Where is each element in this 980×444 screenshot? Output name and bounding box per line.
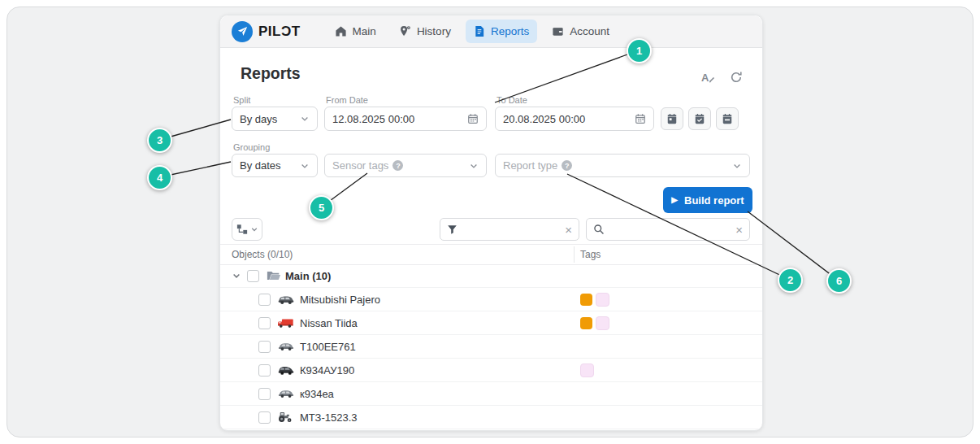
object-row[interactable]: к934еа: [220, 382, 762, 406]
tag-chip-orange: [580, 317, 592, 329]
object-row[interactable]: Nissan Tiida: [220, 311, 762, 335]
row-checkbox[interactable]: [258, 341, 271, 353]
filter-funnel-icon: [447, 224, 457, 235]
row-checkbox[interactable]: [258, 388, 271, 400]
object-name: МТЗ-1523.3: [300, 411, 358, 424]
home-icon: [335, 25, 347, 37]
objects-column-header: Objects (0/10): [232, 249, 293, 260]
chevron-down-icon: [300, 161, 310, 171]
collapse-chevron-icon[interactable]: [232, 271, 241, 281]
nav-menu: Main History Reports Account: [327, 20, 618, 43]
nav-item-label: Account: [570, 25, 609, 37]
group-row-main[interactable]: Main (10): [220, 264, 762, 288]
play-icon: ▶: [671, 196, 678, 204]
screenshot-stage: PILƆT Main History Reports Account: [0, 0, 980, 444]
vehicle-truck-icon: [277, 318, 295, 329]
table-header: Objects (0/10) Tags: [220, 244, 762, 265]
object-name: к934еа: [300, 388, 334, 400]
calendar-minus-icon: [722, 113, 733, 124]
chevron-down-icon: [300, 114, 310, 124]
tag-chip-pink: [596, 293, 609, 307]
clear-filter-icon[interactable]: ×: [565, 224, 572, 236]
svg-text:A: A: [701, 72, 709, 84]
object-name: Mitsubishi Pajero: [300, 294, 380, 306]
tag-chip-pink: [596, 316, 609, 330]
calendar-icon[interactable]: [635, 113, 646, 124]
nav-item-label: Reports: [491, 25, 529, 37]
nav-item-main[interactable]: Main: [327, 20, 384, 43]
search-input[interactable]: [609, 223, 731, 236]
object-row[interactable]: МТЗ-1523.3: [220, 406, 762, 429]
split-label: Split: [233, 95, 250, 105]
tag-chip-orange: [580, 294, 592, 306]
calendar-today-button[interactable]: [661, 107, 683, 130]
build-report-label: Build report: [684, 194, 744, 207]
objects-tree: Main (10) Mitsubishi Pajero Nissan Tiida: [220, 264, 762, 430]
top-navbar: PILƆT Main History Reports Account: [220, 15, 762, 48]
from-date-value: 12.08.2025 00:00: [332, 113, 467, 125]
vehicle-suv-icon: [277, 294, 295, 305]
search-icon: [593, 224, 605, 235]
to-date-field[interactable]: 20.08.2025 00:00: [495, 107, 654, 131]
filter-input[interactable]: [462, 223, 560, 236]
sensor-tags-select[interactable]: Sensor tags ?: [324, 154, 487, 177]
object-row[interactable]: К934АУ190: [220, 359, 762, 382]
nav-item-account[interactable]: Account: [544, 20, 618, 43]
object-name: Nissan Tiida: [300, 317, 358, 329]
report-doc-icon: [474, 25, 485, 37]
grouping-value: By dates: [240, 159, 300, 172]
tag-chips: [580, 311, 609, 334]
calendar-minus-button[interactable]: [716, 107, 739, 130]
chevron-down-icon: [732, 161, 742, 171]
from-date-label: From Date: [326, 95, 368, 105]
to-date-label: To Date: [497, 95, 527, 105]
calendar-icon[interactable]: [467, 113, 479, 124]
wallet-icon: [552, 25, 564, 37]
nav-item-history[interactable]: History: [391, 20, 459, 43]
split-value: By days: [240, 113, 300, 125]
grouping-select[interactable]: By dates: [232, 154, 318, 177]
build-report-button[interactable]: ▶ Build report: [663, 187, 752, 213]
question-icon: ?: [562, 160, 572, 171]
object-name: К934АУ190: [300, 364, 354, 377]
brand-name: PILƆT: [258, 24, 301, 40]
calendar-check-icon: [694, 113, 705, 124]
vehicle-car-icon: [277, 342, 295, 351]
row-checkbox[interactable]: [258, 294, 271, 306]
object-row[interactable]: Mitsubishi Pajero: [220, 288, 762, 311]
object-name: T100EE761: [300, 341, 356, 353]
header-actions: A: [701, 71, 743, 84]
chevron-down-icon: [469, 161, 479, 171]
chevron-down-icon: [250, 225, 258, 233]
report-type-select[interactable]: Report type ?: [495, 154, 750, 177]
sensor-tags-placeholder: Sensor tags: [332, 159, 388, 172]
tree-view-button[interactable]: [232, 218, 262, 241]
object-row[interactable]: T100EE761: [220, 335, 762, 359]
page-title: Reports: [241, 64, 301, 83]
vehicle-tractor-icon: [277, 411, 293, 423]
report-type-placeholder: Report type: [503, 159, 557, 172]
folder-open-icon: [267, 270, 281, 281]
split-select[interactable]: By days: [232, 107, 318, 131]
brand-logo: PILƆT: [232, 21, 301, 42]
refresh-icon[interactable]: [730, 71, 743, 84]
row-checkbox[interactable]: [258, 411, 271, 424]
tree-structure-icon: [236, 224, 248, 235]
from-date-field[interactable]: 12.08.2025 00:00: [324, 107, 487, 131]
vehicle-van-icon: [277, 365, 295, 376]
nav-item-reports[interactable]: Reports: [466, 20, 537, 43]
history-pin-icon: [399, 25, 411, 37]
clear-search-icon[interactable]: ×: [735, 224, 743, 236]
grouping-label: Grouping: [233, 142, 270, 152]
search-input-wrap: ×: [586, 218, 750, 241]
row-checkbox[interactable]: [258, 317, 271, 329]
nav-item-label: History: [417, 25, 451, 37]
group-checkbox[interactable]: [247, 270, 259, 282]
row-checkbox[interactable]: [258, 364, 271, 377]
font-settings-icon[interactable]: A: [701, 71, 715, 84]
filter-input-wrap: ×: [440, 218, 579, 241]
calendar-check-button[interactable]: [688, 107, 711, 130]
column-divider: [574, 246, 575, 263]
to-date-value: 20.08.2025 00:00: [503, 113, 635, 125]
group-label: Main (10): [285, 270, 331, 282]
